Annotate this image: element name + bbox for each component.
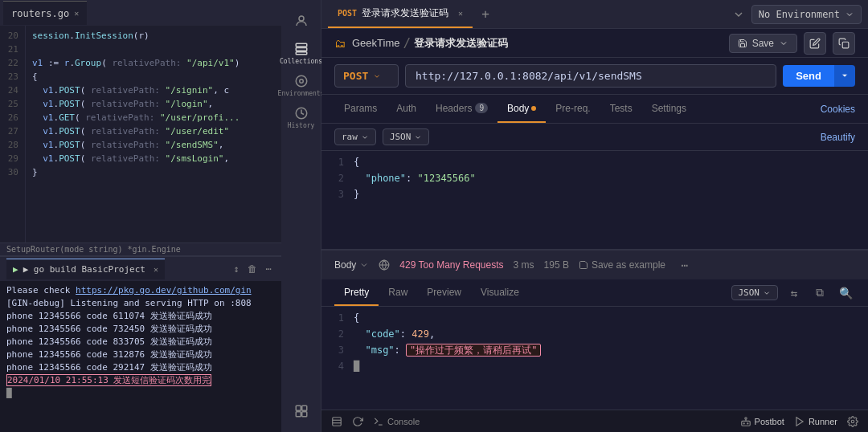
- svg-marker-22: [796, 417, 803, 426]
- svg-point-20: [747, 422, 747, 423]
- cookies-link[interactable]: Cookies: [821, 104, 855, 115]
- pencil-icon: [809, 38, 821, 49]
- environments-label: Environments: [278, 90, 325, 97]
- terminal-scroll-icon[interactable]: ↕: [230, 263, 243, 275]
- svg-point-0: [299, 16, 304, 21]
- svg-rect-7: [296, 406, 301, 410]
- resp-copy-icon[interactable]: ⧉: [810, 283, 829, 303]
- sidebar-item-user[interactable]: [287, 6, 316, 35]
- runner-icon: [794, 416, 805, 427]
- postbot-button[interactable]: Postbot: [740, 416, 784, 427]
- tab-body[interactable]: Body: [497, 96, 546, 123]
- body-lang-select[interactable]: JSON: [383, 128, 430, 145]
- response-tabs-bar: Pretty Raw Preview Visualize JSON ⇆ ⧉ 🔍: [321, 279, 868, 307]
- url-input[interactable]: [405, 64, 776, 88]
- bot-icon: [740, 416, 751, 427]
- resp-tab-visualize[interactable]: Visualize: [471, 280, 529, 306]
- send-button[interactable]: Send: [783, 65, 834, 87]
- save-example-icon: [579, 260, 588, 270]
- editor-status: SetupRouter(mode string) *gin.Engine: [0, 242, 281, 255]
- lang-chevron-icon: [414, 133, 422, 141]
- env-chevron-icon: [845, 10, 854, 19]
- format-chevron-icon: [361, 133, 369, 141]
- json-editor[interactable]: 1 { 2 "phone": "12345566" 3 }: [321, 151, 868, 249]
- sidebar-item-history[interactable]: History: [287, 103, 316, 132]
- tab-params[interactable]: Params: [334, 96, 387, 123]
- resp-tab-preview[interactable]: Preview: [417, 280, 471, 306]
- tab-auth[interactable]: Auth: [387, 96, 426, 123]
- send-dropdown-button[interactable]: [834, 65, 855, 87]
- resp-wrap-icon[interactable]: ⇆: [784, 283, 804, 303]
- request-tabs-bar: POST 登录请求发送验证码 ✕ + No Environment: [321, 0, 868, 29]
- tab-settings[interactable]: Settings: [642, 96, 696, 123]
- status-bar-layout[interactable]: [331, 416, 342, 427]
- svg-rect-18: [741, 421, 750, 426]
- tab-prereq[interactable]: Pre-req.: [546, 96, 600, 123]
- tab-title: 登录请求发送验证码: [362, 6, 448, 20]
- environment-dropdown[interactable]: No Environment: [751, 5, 862, 24]
- status-bar-console[interactable]: Console: [373, 416, 420, 427]
- settings-icon-btn[interactable]: [847, 416, 858, 427]
- svg-rect-2: [296, 47, 307, 51]
- terminal-tab-build[interactable]: ▶ ▶ go build BasicProject ✕: [6, 259, 165, 279]
- terminal-clear-icon[interactable]: 🗑: [246, 263, 259, 275]
- copy-button[interactable]: [833, 32, 855, 55]
- runner-button[interactable]: Runner: [794, 416, 837, 427]
- save-example-button[interactable]: Save as example: [579, 259, 665, 271]
- editor-tab-routers[interactable]: routers.go ✕: [3, 1, 87, 25]
- dropdown-arrow-icon: [732, 8, 745, 21]
- save-button[interactable]: Save: [729, 34, 797, 53]
- method-select[interactable]: POST: [334, 64, 399, 88]
- resp-line-2: 2 "code": 429,: [321, 326, 868, 342]
- collections-label: Collections: [280, 58, 322, 65]
- resp-format-select[interactable]: JSON: [731, 285, 779, 300]
- svg-rect-9: [296, 412, 301, 417]
- refresh-icon: [352, 416, 363, 427]
- globe-icon: [379, 259, 390, 271]
- breadcrumb-bar: 🗂 GeekTime / 登录请求发送验证码 Save: [321, 29, 868, 58]
- last-terminal-line: 2024/01/10 21:55:13 发送短信验证码次数用完: [6, 374, 211, 386]
- tab-close-icon[interactable]: ✕: [74, 9, 79, 18]
- sidebar-item-collections[interactable]: Collections: [287, 39, 316, 67]
- terminal-more-icon[interactable]: ⋯: [262, 263, 275, 275]
- svg-point-19: [743, 422, 744, 423]
- tab-headers[interactable]: Headers 9: [426, 96, 497, 123]
- sidebar-item-grid[interactable]: [287, 397, 316, 426]
- send-button-group: Send: [783, 65, 855, 87]
- svg-rect-11: [842, 42, 849, 48]
- tab-method-badge: POST: [338, 9, 357, 18]
- new-tab-button[interactable]: +: [476, 5, 495, 24]
- response-more-btn[interactable]: ⋯: [675, 255, 694, 275]
- sidebar-item-environments[interactable]: Environments: [287, 71, 316, 100]
- beautify-button[interactable]: Beautify: [821, 132, 855, 143]
- resp-tab-raw[interactable]: Raw: [379, 280, 417, 306]
- svg-rect-8: [301, 406, 306, 410]
- right-panel: POST 登录请求发送验证码 ✕ + No Environment 🗂 Geek…: [321, 0, 868, 432]
- body-toolbar: raw JSON Beautify: [321, 124, 868, 151]
- left-panel: routers.go ✕ 20 21 22 23 24 25 26 27 28 …: [0, 0, 281, 432]
- edit-button[interactable]: [804, 32, 826, 55]
- terminal-controls: ↕ 🗑 ⋯: [230, 263, 275, 275]
- breadcrumb-separator: /: [403, 35, 411, 51]
- body-label: Body: [334, 259, 369, 271]
- svg-point-4: [296, 75, 307, 87]
- response-section: Body 429 Too Many Requests 3 ms 195 B: [321, 249, 868, 410]
- tab-filename: routers.go: [11, 8, 69, 19]
- tab-tests[interactable]: Tests: [600, 96, 642, 123]
- body-format-select[interactable]: raw: [334, 128, 376, 145]
- terminal-close-icon[interactable]: ✕: [154, 265, 158, 274]
- resp-line-1: 1 {: [321, 310, 868, 326]
- status-info: 429 Too Many Requests 3 ms 195 B: [379, 259, 569, 271]
- status-bar-refresh[interactable]: [352, 416, 363, 427]
- body-dot-indicator: [531, 106, 536, 111]
- send-chevron-icon: [841, 71, 849, 79]
- request-tab-active[interactable]: POST 登录请求发送验证码 ✕: [328, 1, 473, 28]
- terminal-area: ▶ ▶ go build BasicProject ✕ ↕ 🗑 ⋯ Please…: [0, 255, 281, 432]
- tab-close-btn[interactable]: ✕: [458, 9, 463, 18]
- workspace-name[interactable]: GeekTime: [352, 37, 399, 49]
- resp-search-icon[interactable]: 🔍: [836, 283, 855, 303]
- param-tabs: Params Auth Headers 9 Body Pre-req. Test…: [321, 95, 868, 124]
- status-badge: 429 Too Many Requests: [399, 259, 503, 271]
- resp-tab-pretty[interactable]: Pretty: [334, 280, 379, 306]
- history-label: History: [288, 122, 315, 129]
